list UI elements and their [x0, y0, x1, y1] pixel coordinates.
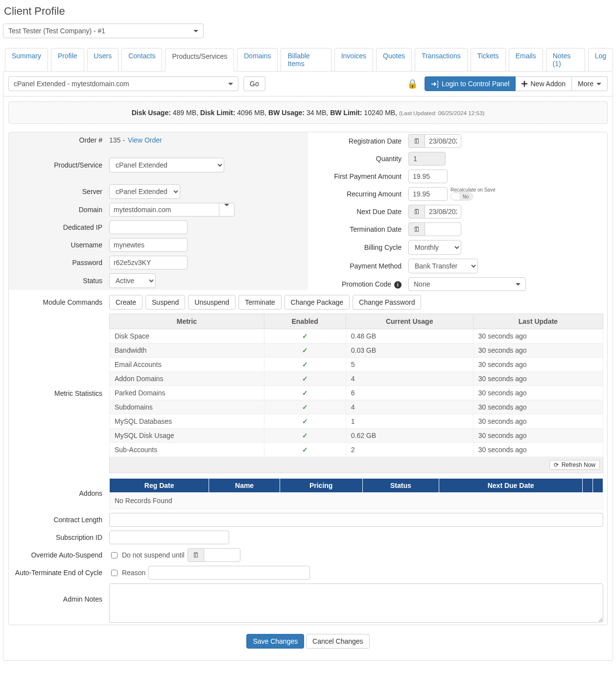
metric-usage: 5: [346, 358, 473, 372]
view-order-link[interactable]: View Order: [128, 136, 162, 144]
recalc-toggle[interactable]: No: [450, 193, 473, 200]
server-select[interactable]: cPanel Extended (2/20): [109, 184, 180, 199]
save-changes-button[interactable]: Save Changes: [246, 634, 304, 649]
metric-enabled: ✓: [264, 429, 346, 443]
metrics-header: Current Usage: [346, 314, 473, 329]
table-row: Subdomains✓430 seconds ago: [110, 400, 603, 414]
quantity-value: 1: [408, 152, 446, 166]
tab-tickets[interactable]: Tickets: [471, 48, 506, 71]
new-addon-button[interactable]: New Addon: [516, 76, 572, 91]
metric-name: Sub-Accounts: [110, 443, 264, 457]
table-row: Parked Domains✓630 seconds ago: [110, 386, 603, 400]
contract-length-input[interactable]: [109, 513, 603, 527]
suspend-button[interactable]: Suspend: [145, 295, 185, 310]
refresh-icon: ⟳: [554, 461, 559, 468]
tab-transactions[interactable]: Transactions: [415, 48, 468, 71]
subscription-id-input[interactable]: [109, 531, 229, 544]
admin-notes-textarea[interactable]: [109, 583, 603, 623]
cancel-changes-button[interactable]: Cancel Changes: [306, 634, 370, 649]
order-label: Order #: [9, 132, 109, 148]
tab-invoices[interactable]: Invoices: [334, 48, 373, 71]
billing-select[interactable]: Monthly: [408, 240, 461, 255]
status-select[interactable]: Active: [109, 273, 156, 288]
product-label: Product/Service: [9, 157, 109, 173]
change-package-button[interactable]: Change Package: [284, 295, 350, 310]
nextdue-input[interactable]: [425, 205, 461, 218]
tab-profile[interactable]: Profile: [51, 48, 84, 71]
terminate-button[interactable]: Terminate: [238, 295, 281, 310]
login-control-panel-button[interactable]: ➜] Login to Control Panel: [425, 76, 516, 91]
metric-enabled: ✓: [264, 329, 346, 343]
override-suspend-date[interactable]: [204, 548, 240, 562]
password-label: Password: [9, 255, 109, 270]
addons-header: Status: [362, 479, 439, 493]
client-selector[interactable]: Test Tester (Test Company) - #1: [3, 24, 204, 38]
metric-usage: 0.48 GB: [346, 329, 473, 343]
signin-icon: ➜]: [431, 80, 439, 88]
metric-usage: 4: [346, 400, 473, 414]
tab-log[interactable]: Log: [588, 48, 613, 71]
metrics-header: Metric: [110, 314, 264, 329]
recurring-input[interactable]: [408, 187, 448, 201]
check-icon: ✓: [302, 389, 308, 397]
change-password-button[interactable]: Change Password: [353, 295, 421, 310]
service-selector[interactable]: cPanel Extended - mytestdomain.com: [8, 76, 238, 91]
metric-enabled: ✓: [264, 372, 346, 386]
tab-emails[interactable]: Emails: [509, 48, 543, 71]
tab-summary[interactable]: Summary: [5, 48, 48, 71]
check-icon: ✓: [302, 375, 308, 383]
metric-last-update: 30 seconds ago: [473, 372, 603, 386]
table-row: Sub-Accounts✓230 seconds ago: [110, 443, 603, 457]
paymethod-select[interactable]: Bank Transfer: [408, 259, 478, 273]
dedicated-ip-input[interactable]: [109, 220, 188, 234]
order-value: 135 -: [109, 136, 125, 144]
contract-length-label: Contract Length: [9, 512, 109, 528]
termdate-input[interactable]: [425, 222, 461, 236]
addons-action-header: [593, 479, 603, 493]
tab-users[interactable]: Users: [87, 48, 119, 71]
autoterm-checkbox[interactable]: [111, 570, 118, 576]
caret-down-icon: [596, 83, 601, 85]
metric-last-update: 30 seconds ago: [473, 400, 603, 414]
admin-notes-label: Admin Notes: [9, 581, 109, 607]
product-select[interactable]: cPanel Extended: [109, 158, 224, 172]
unsuspend-button[interactable]: Unsuspend: [188, 295, 236, 310]
autoterm-reason-input[interactable]: [148, 566, 310, 580]
metric-last-update: 30 seconds ago: [473, 443, 603, 457]
more-dropdown[interactable]: More: [572, 76, 608, 91]
modcmd-label: Module Commands: [9, 294, 109, 310]
table-row: MySQL Disk Usage✓0.62 GB30 seconds ago: [110, 429, 603, 443]
go-button[interactable]: Go: [243, 76, 265, 91]
domain-dropdown-toggle[interactable]: [219, 203, 235, 217]
metric-name: Email Accounts: [110, 358, 264, 372]
tab-contacts[interactable]: Contacts: [121, 48, 162, 71]
create-button[interactable]: Create: [109, 295, 142, 310]
firstpay-input[interactable]: [408, 170, 448, 183]
info-icon: i: [394, 281, 402, 289]
refresh-now-button[interactable]: ⟳ Refresh Now: [549, 460, 600, 470]
table-row: Addon Domains✓430 seconds ago: [110, 372, 603, 386]
tab-notes-1-[interactable]: Notes (1): [546, 48, 585, 71]
autoterm-text: Reason: [122, 569, 145, 577]
metric-name: MySQL Disk Usage: [110, 429, 264, 443]
username-label: Username: [9, 237, 109, 253]
tab-quotes[interactable]: Quotes: [376, 48, 412, 71]
promo-select[interactable]: None: [408, 277, 526, 291]
status-label: Status: [9, 273, 109, 289]
metric-stats-label: Metric Statistics: [9, 386, 109, 401]
quantity-label: Quantity: [308, 151, 408, 167]
password-input[interactable]: [109, 256, 188, 269]
domain-input[interactable]: [109, 203, 219, 217]
caret-down-icon: [516, 283, 521, 286]
override-suspend-checkbox[interactable]: [111, 552, 118, 558]
regdate-input[interactable]: [425, 134, 461, 148]
recalc-label: Recalculate on Save: [450, 188, 496, 193]
tab-billable-items[interactable]: Billable Items: [281, 48, 331, 71]
addons-header: Pricing: [280, 479, 362, 493]
usage-summary: Disk Usage: 489 MB, Disk Limit: 4096 MB,…: [8, 101, 608, 124]
termdate-label: Termination Date: [308, 221, 408, 237]
tab-products-services[interactable]: Products/Services: [165, 48, 234, 72]
check-icon: ✓: [302, 346, 308, 354]
username-input[interactable]: [109, 238, 188, 252]
tab-domains[interactable]: Domains: [237, 48, 278, 71]
